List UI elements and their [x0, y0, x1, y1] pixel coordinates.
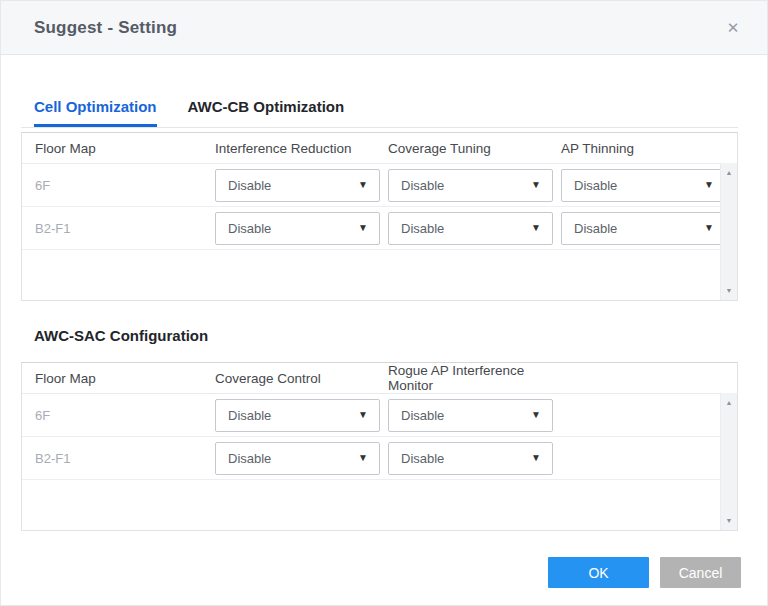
close-icon[interactable]: ✕	[721, 16, 745, 40]
rogue-ap-interference-monitor-dropdown[interactable]: Disable ▼	[388, 399, 553, 432]
cell-ap-thinning: Disable ▼	[558, 212, 731, 245]
table-row: B2-F1 Disable ▼ Disable ▼	[22, 437, 737, 480]
table-row: 6F Disable ▼ Disable ▼	[22, 394, 737, 437]
awc-sac-configuration-title: AWC-SAC Configuration	[34, 327, 208, 344]
dropdown-value: Disable	[574, 178, 617, 193]
rogue-ap-interference-monitor-dropdown[interactable]: Disable ▼	[388, 442, 553, 475]
tab-awc-cb-optimization[interactable]: AWC-CB Optimization	[188, 89, 345, 127]
column-header-floor-map: Floor Map	[22, 371, 212, 386]
dialog-header: Suggest - Setting ✕	[1, 1, 767, 55]
coverage-control-dropdown[interactable]: Disable ▼	[215, 442, 380, 475]
dropdown-value: Disable	[401, 178, 444, 193]
awc-sac-configuration-table: Floor Map Coverage Control Rogue AP Inte…	[21, 362, 738, 531]
dropdown-value: Disable	[228, 408, 271, 423]
scroll-up-icon[interactable]: ▲	[721, 394, 737, 411]
cell-coverage-control: Disable ▼	[212, 399, 385, 432]
chevron-down-icon: ▼	[358, 223, 368, 233]
dropdown-value: Disable	[228, 451, 271, 466]
dropdown-value: Disable	[401, 451, 444, 466]
column-header-ap-thinning: AP Thinning	[558, 141, 731, 156]
dropdown-value: Disable	[228, 221, 271, 236]
chevron-down-icon: ▼	[358, 453, 368, 463]
table-header-row: Floor Map Coverage Control Rogue AP Inte…	[22, 363, 737, 394]
column-header-interference-reduction: Interference Reduction	[212, 141, 385, 156]
coverage-tuning-dropdown[interactable]: Disable ▼	[388, 212, 553, 245]
chevron-down-icon: ▼	[531, 410, 541, 420]
cell-rogue-ap-interference-monitor: Disable ▼	[385, 399, 558, 432]
dropdown-value: Disable	[401, 221, 444, 236]
suggest-setting-dialog: Suggest - Setting ✕ Cell Optimization AW…	[0, 0, 768, 606]
cancel-button[interactable]: Cancel	[660, 557, 741, 588]
chevron-down-icon: ▼	[358, 180, 368, 190]
chevron-down-icon: ▼	[531, 453, 541, 463]
floor-map-label: 6F	[22, 408, 212, 423]
chevron-down-icon: ▼	[531, 180, 541, 190]
tab-bar: Cell Optimization AWC-CB Optimization	[21, 89, 738, 128]
cell-interference-reduction: Disable ▼	[212, 212, 385, 245]
floor-map-label: B2-F1	[22, 451, 212, 466]
cell-rogue-ap-interference-monitor: Disable ▼	[385, 442, 558, 475]
ap-thinning-dropdown[interactable]: Disable ▼	[561, 212, 726, 245]
column-header-floor-map: Floor Map	[22, 141, 212, 156]
tab-cell-optimization[interactable]: Cell Optimization	[34, 89, 157, 127]
column-header-rogue-ap-interference-monitor: Rogue AP Interference Monitor	[385, 363, 558, 393]
coverage-tuning-dropdown[interactable]: Disable ▼	[388, 169, 553, 202]
floor-map-label: 6F	[22, 178, 212, 193]
cell-optimization-table: Floor Map Interference Reduction Coverag…	[21, 132, 738, 301]
table-header-row: Floor Map Interference Reduction Coverag…	[22, 133, 737, 164]
column-header-coverage-tuning: Coverage Tuning	[385, 141, 558, 156]
dropdown-value: Disable	[574, 221, 617, 236]
dropdown-value: Disable	[401, 408, 444, 423]
interference-reduction-dropdown[interactable]: Disable ▼	[215, 212, 380, 245]
cell-ap-thinning: Disable ▼	[558, 169, 731, 202]
cell-interference-reduction: Disable ▼	[212, 169, 385, 202]
floor-map-label: B2-F1	[22, 221, 212, 236]
ap-thinning-dropdown[interactable]: Disable ▼	[561, 169, 726, 202]
cell-table-scrollbar[interactable]: ▲ ▼	[720, 163, 737, 300]
dialog-title: Suggest - Setting	[34, 18, 177, 38]
coverage-control-dropdown[interactable]: Disable ▼	[215, 399, 380, 432]
ok-button[interactable]: OK	[548, 557, 649, 588]
sac-table-scrollbar[interactable]: ▲ ▼	[720, 393, 737, 530]
chevron-down-icon: ▼	[358, 410, 368, 420]
scroll-up-icon[interactable]: ▲	[721, 164, 737, 181]
cell-coverage-tuning: Disable ▼	[385, 212, 558, 245]
table-row: 6F Disable ▼ Disable ▼ Disable ▼	[22, 164, 737, 207]
chevron-down-icon: ▼	[531, 223, 541, 233]
interference-reduction-dropdown[interactable]: Disable ▼	[215, 169, 380, 202]
scroll-down-icon[interactable]: ▼	[721, 512, 737, 529]
dropdown-value: Disable	[228, 178, 271, 193]
column-header-coverage-control: Coverage Control	[212, 371, 385, 386]
cell-coverage-control: Disable ▼	[212, 442, 385, 475]
chevron-down-icon: ▼	[704, 180, 714, 190]
table-row: B2-F1 Disable ▼ Disable ▼ Disable ▼	[22, 207, 737, 250]
scroll-down-icon[interactable]: ▼	[721, 282, 737, 299]
chevron-down-icon: ▼	[704, 223, 714, 233]
cell-coverage-tuning: Disable ▼	[385, 169, 558, 202]
